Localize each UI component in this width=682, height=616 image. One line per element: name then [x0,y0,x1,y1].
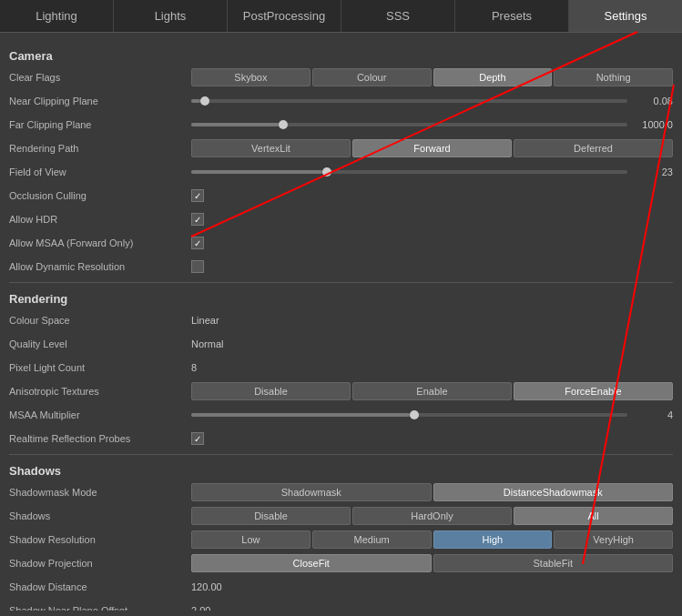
far-clipping-slider[interactable] [191,123,627,126]
shadow-resolution-label: Shadow Resolution [9,534,191,545]
shadow-near-plane-row: Shadow Near Plane Offset 2.00 [9,601,673,611]
quality-level-value: Normal [191,338,223,349]
shadows-buttons: Disable HardOnly All [191,507,673,525]
fov-slider[interactable] [191,170,627,174]
shadow-projection-buttons: CloseFit StableFit [191,554,673,572]
anisotropic-row: Anisotropic Textures Disable Enable Forc… [9,381,673,401]
occlusion-label: Occlusion Culling [9,190,191,201]
allow-dynamic-row: Allow Dynamic Resolution [9,257,673,277]
shadows-header: Shadows [9,464,673,478]
colour-space-row: Colour Space Linear [9,310,673,330]
all-shadows-button[interactable]: All [514,507,673,525]
shadows-row: Shadows Disable HardOnly All [9,506,673,526]
quality-level-row: Quality Level Normal [9,334,673,354]
settings-content: Camera Clear Flags Skybox Colour Depth N… [0,33,682,611]
tab-postprocessing[interactable]: PostProcessing [228,0,341,32]
fov-value: 23 [632,167,673,177]
rendering-header: Rendering [9,292,673,306]
msaa-multiplier-label: MSAA Multiplier [9,409,191,420]
allow-msaa-row: Allow MSAA (Forward Only) [9,233,673,253]
allow-dynamic-label: Allow Dynamic Resolution [9,261,191,272]
stablefit-button[interactable]: StableFit [433,554,674,572]
allow-msaa-checkbox[interactable] [191,237,204,249]
quality-level-label: Quality Level [9,338,191,349]
shadowmask-mode-row: Shadowmask Mode Shadowmask DistanceShado… [9,482,673,502]
rendering-path-row: Rendering Path VertexLit Forward Deferre… [9,138,673,158]
near-clipping-value: 0.08 [632,96,673,106]
occlusion-checkbox[interactable] [191,189,204,202]
deferred-button[interactable]: Deferred [514,139,673,157]
tab-bar: Lighting Lights PostProcessing SSS Prese… [0,0,682,33]
near-clipping-row: Near Clipping Plane 0.08 [9,91,673,111]
depth-button[interactable]: Depth [433,68,553,86]
vertexlit-button[interactable]: VertexLit [191,139,351,157]
fov-label: Field of View [9,167,191,177]
near-clipping-slider-container: 0.08 [191,96,673,106]
far-clipping-row: Far Clipping Plane 1000.0 [9,115,673,135]
realtime-reflection-checkbox[interactable] [191,432,204,445]
forward-button[interactable]: Forward [352,139,512,157]
shadowmask-button[interactable]: Shadowmask [191,483,432,501]
pixel-light-label: Pixel Light Count [9,362,191,373]
veryhigh-resolution-button[interactable]: VeryHigh [554,530,673,549]
occlusion-row: Occlusion Culling [9,186,673,206]
distance-shadowmask-button[interactable]: DistanceShadowmask [433,483,674,501]
shadow-near-plane-label: Shadow Near Plane Offset [9,605,191,611]
nothing-button[interactable]: Nothing [554,68,673,86]
shadow-distance-value: 120.00 [191,581,222,592]
msaa-multiplier-slider[interactable] [191,413,627,417]
camera-header: Camera [9,49,673,63]
tab-lighting[interactable]: Lighting [0,0,114,32]
clear-flags-row: Clear Flags Skybox Colour Depth Nothing [9,67,673,87]
force-enable-aniso-button[interactable]: ForceEnable [514,382,673,400]
colour-space-label: Colour Space [9,315,191,326]
disable-shadows-button[interactable]: Disable [191,507,351,525]
fov-slider-container: 23 [191,167,673,177]
anisotropic-label: Anisotropic Textures [9,386,191,397]
closefit-button[interactable]: CloseFit [191,554,432,572]
pixel-light-row: Pixel Light Count 8 [9,358,673,378]
colour-button[interactable]: Colour [312,68,432,86]
high-resolution-button[interactable]: High [433,530,553,549]
rendering-path-label: Rendering Path [9,143,191,154]
skybox-button[interactable]: Skybox [191,68,310,86]
shadow-distance-label: Shadow Distance [9,581,191,592]
msaa-multiplier-row: MSAA Multiplier 4 [9,405,673,425]
allow-hdr-checkbox[interactable] [191,213,204,226]
divider-1 [9,282,673,283]
allow-dynamic-checkbox[interactable] [191,260,204,273]
shadow-projection-row: Shadow Projection CloseFit StableFit [9,553,673,573]
msaa-multiplier-slider-container: 4 [191,409,673,420]
shadow-distance-row: Shadow Distance 120.00 [9,577,673,597]
msaa-multiplier-value: 4 [632,409,673,420]
shadow-near-plane-value: 2.00 [191,605,210,611]
enable-aniso-button[interactable]: Enable [352,382,512,400]
hardonly-shadows-button[interactable]: HardOnly [352,507,512,525]
clear-flags-buttons: Skybox Colour Depth Nothing [191,68,673,86]
allow-msaa-label: Allow MSAA (Forward Only) [9,237,191,248]
near-clipping-label: Near Clipping Plane [9,96,191,106]
tab-presets[interactable]: Presets [455,0,569,32]
far-clipping-slider-container: 1000.0 [191,119,673,130]
tab-lights[interactable]: Lights [114,0,228,32]
disable-aniso-button[interactable]: Disable [191,382,351,400]
tab-sss[interactable]: SSS [341,0,455,32]
shadow-projection-label: Shadow Projection [9,558,191,569]
low-resolution-button[interactable]: Low [191,530,310,549]
colour-space-value: Linear [191,315,219,326]
pixel-light-value: 8 [191,362,197,373]
allow-hdr-row: Allow HDR [9,209,673,229]
realtime-reflection-label: Realtime Reflection Probes [9,433,191,444]
medium-resolution-button[interactable]: Medium [312,530,432,549]
clear-flags-label: Clear Flags [9,72,191,83]
divider-2 [9,454,673,455]
rendering-path-buttons: VertexLit Forward Deferred [191,139,673,157]
shadow-resolution-buttons: Low Medium High VeryHigh [191,530,673,549]
shadow-resolution-row: Shadow Resolution Low Medium High VeryHi… [9,530,673,550]
fov-row: Field of View 23 [9,162,673,182]
anisotropic-buttons: Disable Enable ForceEnable [191,382,673,400]
shadowmask-mode-label: Shadowmask Mode [9,487,191,498]
far-clipping-value: 1000.0 [632,119,673,130]
tab-settings[interactable]: Settings [569,0,682,32]
near-clipping-slider[interactable] [191,99,627,103]
